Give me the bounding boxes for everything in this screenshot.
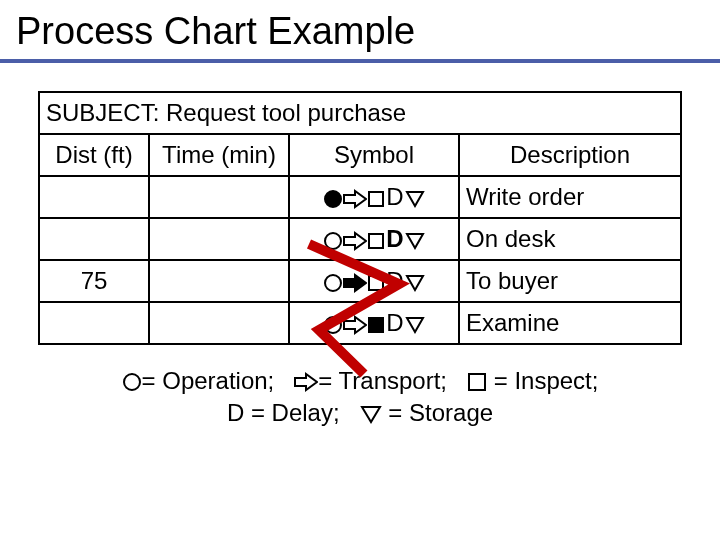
operation-icon bbox=[323, 225, 343, 252]
svg-rect-7 bbox=[369, 318, 383, 332]
legend: = Operation; = Transport; = Inspect; D =… bbox=[38, 365, 682, 430]
storage-icon bbox=[405, 225, 425, 252]
storage-icon bbox=[405, 183, 425, 210]
process-chart-table: SUBJECT: Request tool purchase Dist (ft)… bbox=[38, 91, 682, 345]
svg-rect-1 bbox=[369, 192, 383, 206]
inspect-icon bbox=[467, 367, 487, 394]
svg-rect-5 bbox=[369, 276, 383, 290]
symbol-cell: D bbox=[289, 218, 459, 260]
svg-rect-3 bbox=[369, 234, 383, 248]
slide: Process Chart Example SUBJECT: Request t… bbox=[0, 0, 720, 540]
legend-storage: = Storage bbox=[388, 399, 493, 426]
delay-icon: D bbox=[385, 183, 405, 210]
delay-icon: D bbox=[385, 267, 405, 294]
table-row: D On desk bbox=[39, 218, 681, 260]
subject-cell: SUBJECT: Request tool purchase bbox=[39, 92, 681, 134]
symbol-cell: D bbox=[289, 176, 459, 218]
table-row: D Write order bbox=[39, 176, 681, 218]
time-cell bbox=[149, 260, 289, 302]
desc-cell: Write order bbox=[459, 176, 681, 218]
page-title: Process Chart Example bbox=[0, 0, 720, 57]
operation-icon bbox=[323, 309, 343, 336]
legend-transport: = Transport; bbox=[318, 367, 447, 394]
legend-operation: = Operation; bbox=[142, 367, 275, 394]
header-desc: Description bbox=[459, 134, 681, 176]
operation-icon bbox=[323, 267, 343, 294]
transport-icon bbox=[343, 309, 367, 336]
subject-row: SUBJECT: Request tool purchase bbox=[39, 92, 681, 134]
inspect-icon bbox=[367, 183, 385, 210]
symbol-cell: D bbox=[289, 302, 459, 344]
legend-inspect: = Inspect; bbox=[494, 367, 599, 394]
operation-icon bbox=[323, 183, 343, 210]
legend-delay: = Delay; bbox=[251, 399, 340, 426]
operation-icon bbox=[122, 367, 142, 394]
header-row: Dist (ft) Time (min) Symbol Description bbox=[39, 134, 681, 176]
content-area: SUBJECT: Request tool purchase Dist (ft)… bbox=[0, 63, 720, 430]
transport-icon bbox=[343, 183, 367, 210]
svg-point-8 bbox=[124, 374, 140, 390]
svg-rect-9 bbox=[469, 374, 485, 390]
symbol-cell: D bbox=[289, 260, 459, 302]
inspect-icon bbox=[367, 309, 385, 336]
time-cell bbox=[149, 302, 289, 344]
legend-delay-glyph: D bbox=[227, 399, 244, 426]
svg-point-4 bbox=[325, 275, 341, 291]
transport-icon bbox=[343, 225, 367, 252]
dist-cell bbox=[39, 176, 149, 218]
svg-point-6 bbox=[325, 317, 341, 333]
time-cell bbox=[149, 218, 289, 260]
header-dist: Dist (ft) bbox=[39, 134, 149, 176]
table-row: D Examine bbox=[39, 302, 681, 344]
dist-cell: 75 bbox=[39, 260, 149, 302]
svg-point-2 bbox=[325, 233, 341, 249]
subject-value: Request tool purchase bbox=[166, 99, 406, 126]
inspect-icon bbox=[367, 267, 385, 294]
delay-icon: D bbox=[385, 225, 405, 252]
header-time: Time (min) bbox=[149, 134, 289, 176]
desc-cell: Examine bbox=[459, 302, 681, 344]
desc-cell: To buyer bbox=[459, 260, 681, 302]
inspect-icon bbox=[367, 225, 385, 252]
dist-cell bbox=[39, 218, 149, 260]
table-row: 75 D To buyer bbox=[39, 260, 681, 302]
svg-point-0 bbox=[325, 191, 341, 207]
storage-icon bbox=[360, 399, 382, 426]
dist-cell bbox=[39, 302, 149, 344]
time-cell bbox=[149, 176, 289, 218]
desc-cell: On desk bbox=[459, 218, 681, 260]
delay-icon: D bbox=[385, 309, 405, 336]
header-symbol: Symbol bbox=[289, 134, 459, 176]
transport-icon bbox=[294, 367, 318, 394]
subject-label: SUBJECT: bbox=[46, 99, 159, 126]
storage-icon bbox=[405, 309, 425, 336]
storage-icon bbox=[405, 267, 425, 294]
transport-icon bbox=[343, 267, 367, 294]
